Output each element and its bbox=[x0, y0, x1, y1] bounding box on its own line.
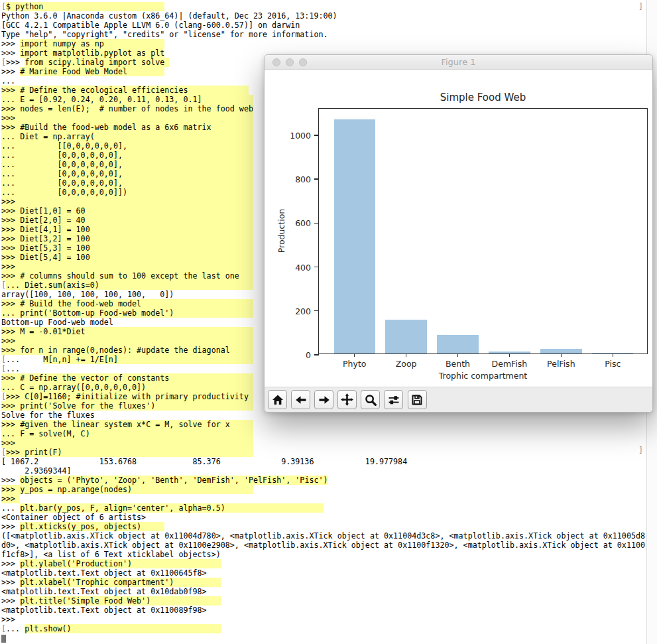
terminal-line: ... plt.bar(y_pos, F, align='center', al… bbox=[1, 503, 657, 513]
terminal-line: >>> plt.ylabel('Production') bbox=[1, 559, 657, 568]
terminal-line: [$ python bbox=[1, 2, 657, 11]
pan-icon bbox=[341, 393, 353, 406]
terminal-line: f1cf8>], <a list of 6 Text xticklabel ob… bbox=[1, 550, 657, 559]
y-tick bbox=[314, 354, 319, 355]
subplots-button[interactable] bbox=[384, 390, 403, 409]
terminal-line: [GCC 4.2.1 Compatible Apple LLVM 6.0 (cl… bbox=[1, 21, 657, 30]
terminal-line: <matplotlib.text.Text object at 0x10dab0… bbox=[1, 587, 657, 596]
x-tick bbox=[561, 354, 562, 357]
bar-benth bbox=[437, 335, 478, 354]
bar-pelfish bbox=[540, 349, 581, 354]
x-tick bbox=[354, 354, 355, 357]
terminal-line: [ 1067.2 153.6768 85.376 9.39136 19.9779… bbox=[1, 457, 657, 466]
y-tick-label: 400 bbox=[271, 262, 311, 272]
figure-window: Figure 1 Simple Food Web 020040060080010… bbox=[264, 54, 653, 413]
wrap-bracket-mark: ] bbox=[638, 446, 643, 455]
terminal-line: <Container object of 6 artists> bbox=[1, 513, 657, 522]
terminal-line: d0>, <matplotlib.axis.XTick object at 0x… bbox=[1, 541, 657, 550]
figure-toolbar bbox=[265, 387, 652, 412]
forward-arrow-icon bbox=[318, 394, 330, 406]
terminal-line: >>> bbox=[1, 615, 657, 624]
home-button[interactable] bbox=[268, 390, 287, 409]
terminal-line: >>> bbox=[1, 494, 657, 503]
y-tick-label: 0 bbox=[271, 350, 311, 360]
y-tick-label: 800 bbox=[271, 174, 311, 184]
y-tick-label: 200 bbox=[271, 306, 311, 316]
chart-title: Simple Food Web bbox=[318, 92, 648, 103]
y-tick bbox=[314, 135, 319, 135]
wrap-bracket-mark: ] bbox=[638, 2, 643, 11]
terminal-line: ([<matplotlib.axis.XTick object at 0x110… bbox=[1, 531, 657, 541]
y-tick-label: 1000 bbox=[271, 130, 311, 140]
terminal-line: 2.9369344] bbox=[1, 466, 657, 476]
pan-button[interactable] bbox=[337, 390, 357, 409]
x-axis-label: Trophic compartment bbox=[318, 371, 648, 381]
terminal-line: >>> #given the linear system x*C = M, so… bbox=[1, 420, 657, 429]
home-icon bbox=[272, 394, 284, 406]
window-titlebar[interactable]: Figure 1 bbox=[265, 55, 652, 70]
zoom-button[interactable] bbox=[361, 390, 380, 409]
save-floppy-icon bbox=[411, 394, 423, 406]
y-tick bbox=[314, 178, 319, 179]
x-tick bbox=[457, 354, 458, 357]
back-arrow-icon bbox=[295, 394, 307, 406]
x-tick bbox=[406, 354, 406, 357]
terminal-line: <matplotlib.text.Text object at 0x110089… bbox=[1, 606, 657, 615]
terminal-line: [... plt.show() bbox=[1, 624, 657, 633]
x-tick-label: Pisc bbox=[579, 359, 646, 369]
x-tick bbox=[613, 354, 613, 357]
magnifier-icon bbox=[365, 394, 377, 406]
y-axis-label: Production bbox=[276, 209, 286, 253]
y-tick bbox=[314, 310, 319, 311]
y-tick bbox=[314, 223, 319, 224]
terminal-line: >>> bbox=[1, 438, 657, 448]
terminal-line: >>> y_pos = np.arange(nodes) bbox=[1, 485, 657, 494]
window-title: Figure 1 bbox=[265, 57, 652, 67]
terminal-line: >>> import numpy as np bbox=[1, 39, 657, 48]
figure-canvas: Simple Food Web 02004006008001000PhytoZo… bbox=[265, 70, 652, 387]
terminal-line: Type "help", "copyright", "credits" or "… bbox=[1, 30, 657, 39]
terminal-cursor bbox=[1, 635, 6, 643]
save-button[interactable] bbox=[408, 390, 427, 409]
terminal-line: >>> objects = ('Phyto', 'Zoop', 'Benth',… bbox=[1, 476, 657, 485]
terminal-line bbox=[1, 633, 657, 643]
plot-area: 02004006008001000PhytoZoopBenthDemFishPe… bbox=[318, 108, 648, 354]
terminal-line: Python 3.6.0 |Anaconda custom (x86_64)| … bbox=[1, 11, 657, 21]
terminal-line: >>> plt.title('Simple Food Web') bbox=[1, 596, 657, 606]
bar-zoop bbox=[385, 320, 426, 354]
terminal-line: >>> plt.xlabel('Trophic compartment') bbox=[1, 578, 657, 587]
terminal-line: <matplotlib.text.Text object at 0x110064… bbox=[1, 568, 657, 578]
forward-button[interactable] bbox=[314, 390, 333, 409]
terminal-line: >>> plt.xticks(y_pos, objects) bbox=[1, 522, 657, 531]
back-button[interactable] bbox=[291, 390, 310, 409]
terminal-line: ... F = solve(M, C) bbox=[1, 429, 657, 438]
terminal-line: [>>> print(F) bbox=[1, 448, 657, 457]
y-tick bbox=[314, 267, 319, 267]
sliders-icon bbox=[388, 394, 400, 406]
bar-phyto bbox=[334, 119, 375, 354]
x-tick bbox=[509, 354, 510, 357]
